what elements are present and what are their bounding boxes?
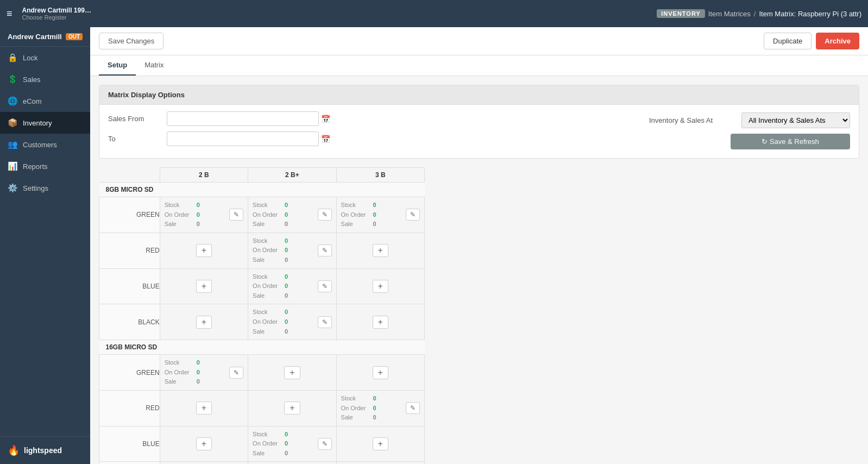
matrix-cell: + <box>160 233 248 268</box>
add-button[interactable]: + <box>373 280 388 293</box>
sidebar-label-settings: Settings <box>23 184 48 192</box>
cell-inner: Stock0 On Order0 Sale0 ✎ <box>248 427 336 462</box>
inv-badge: INVENTORY <box>657 9 705 18</box>
duplicate-button[interactable]: Duplicate <box>764 33 812 49</box>
edit-button[interactable]: ✎ <box>318 244 332 256</box>
matrix-cell: + <box>248 355 336 391</box>
sidebar-item-sales[interactable]: 💲 Sales <box>0 68 90 90</box>
matrix-row: BLACK Stock0 On Order0 Sale0 ✎++ <box>99 462 425 464</box>
to-input[interactable] <box>167 131 319 146</box>
sales-from-row: Sales From 📅 <box>108 111 627 126</box>
row-label: BLACK <box>99 304 160 340</box>
add-button[interactable]: + <box>373 437 388 450</box>
edit-button[interactable]: ✎ <box>318 209 332 221</box>
group-row-16gb: 16GB MICRO SD <box>99 340 425 355</box>
matrix-cell: + <box>336 268 424 304</box>
add-button[interactable]: + <box>373 366 388 379</box>
tab-setup[interactable]: Setup <box>99 55 136 76</box>
matrix-cell: + <box>336 426 424 462</box>
matrix-col-header-3b: 3 B <box>336 168 424 183</box>
group-row-8gb: 8GB MICRO SD <box>99 183 425 197</box>
edit-button[interactable]: ✎ <box>318 280 332 292</box>
matrix-cell: Stock0 On Order0 Sale0 ✎ <box>248 304 336 340</box>
topbar-user-sub: Choose Register <box>22 14 652 21</box>
cell-empty: + <box>337 236 424 265</box>
cell-empty: + <box>337 359 424 387</box>
inv-sales-select[interactable]: All Inventory & Sales Ats <box>741 112 850 128</box>
matrix-table-wrap: 2 B 2 B+ 3 B 8GB MICRO SDGREEN Stock0 On… <box>99 167 859 464</box>
add-button[interactable]: + <box>196 280 212 293</box>
matrix-cell: Stock0 On Order0 Sale0 ✎ <box>160 355 248 391</box>
sidebar-item-lock[interactable]: 🔒 Lock <box>0 47 90 68</box>
add-button[interactable]: + <box>284 402 300 415</box>
edit-button[interactable]: ✎ <box>406 402 420 414</box>
sidebar-out-badge: OUT <box>66 33 83 40</box>
add-button[interactable]: + <box>196 244 212 257</box>
edit-button[interactable]: ✎ <box>229 209 243 221</box>
sidebar-item-reports[interactable]: 📊 Reports <box>0 155 90 177</box>
add-button[interactable]: + <box>196 437 212 450</box>
sales-from-input-wrap: 📅 <box>167 111 627 126</box>
hamburger-icon[interactable]: ≡ <box>7 8 12 20</box>
calendar-to-icon[interactable]: 📅 <box>321 135 330 143</box>
matrix-cell: Stock0 On Order0 Sale0 ✎ <box>336 197 424 233</box>
customers-icon: 👥 <box>8 140 17 149</box>
matrix-cell: + <box>248 462 336 464</box>
tab-matrix[interactable]: Matrix <box>136 55 172 76</box>
topbar: ≡ Andrew Cartmill 1994... Choose Registe… <box>0 0 868 27</box>
matrix-cell: Stock0 On Order0 Sale0 ✎ <box>248 426 336 462</box>
sidebar-item-customers[interactable]: 👥 Customers <box>0 134 90 155</box>
edit-button[interactable]: ✎ <box>229 367 243 379</box>
lock-icon: 🔒 <box>8 53 17 62</box>
matrix-row: BLUE+ Stock0 On Order0 Sale0 ✎+ <box>99 268 425 304</box>
add-button[interactable]: + <box>373 244 388 257</box>
matrix-table: 2 B 2 B+ 3 B 8GB MICRO SDGREEN Stock0 On… <box>99 167 425 464</box>
topbar-user: Andrew Cartmill 1994... Choose Register <box>22 7 652 21</box>
to-label: To <box>108 135 162 143</box>
to-row: To 📅 <box>108 131 627 146</box>
sidebar-logo: 🔥 lightspeed <box>0 436 90 464</box>
logo-flame-icon: 🔥 <box>8 444 20 456</box>
matrix-cell: + <box>336 304 424 340</box>
edit-button[interactable]: ✎ <box>318 316 332 328</box>
cell-empty: + <box>248 359 336 387</box>
cell-empty: + <box>160 236 248 265</box>
add-button[interactable]: + <box>373 316 388 329</box>
save-refresh-button[interactable]: ↻ Save & Refresh <box>731 134 850 149</box>
cell-empty: + <box>337 272 424 300</box>
sales-from-input[interactable] <box>167 111 319 126</box>
matrix-cell: + <box>160 390 248 426</box>
cell-stats: Stock0 On Order0 Sale0 <box>341 200 376 229</box>
edit-button[interactable]: ✎ <box>318 438 332 450</box>
sidebar-user-name: Andrew Cartmill <box>8 33 62 41</box>
row-label: RED <box>99 390 160 426</box>
sidebar-item-ecom[interactable]: 🌐 eCom <box>0 90 90 112</box>
matrix-cell: Stock0 On Order0 Sale0 ✎ <box>248 268 336 304</box>
cell-empty: + <box>160 308 248 336</box>
cell-stats: Stock0 On Order0 Sale0 <box>165 358 200 387</box>
row-label: BLACK <box>99 462 160 464</box>
edit-button[interactable]: ✎ <box>406 209 420 221</box>
add-button[interactable]: + <box>284 366 300 379</box>
add-button[interactable]: + <box>196 316 212 329</box>
calendar-from-icon[interactable]: 📅 <box>321 115 330 123</box>
save-button[interactable]: Save Changes <box>99 33 163 49</box>
row-label: BLUE <box>99 268 160 304</box>
sidebar-nav: 🔒 Lock 💲 Sales 🌐 eCom 📦 Inventory 👥 Cust… <box>0 47 90 436</box>
cell-empty: + <box>337 308 424 336</box>
row-label: GREEN <box>99 355 160 391</box>
cell-empty: + <box>160 430 248 458</box>
archive-button[interactable]: Archive <box>816 33 859 49</box>
matrix-cell: + <box>336 355 424 391</box>
matrix-row: RED+ Stock0 On Order0 Sale0 ✎+ <box>99 233 425 268</box>
sidebar-item-settings[interactable]: ⚙️ Settings <box>0 177 90 199</box>
add-button[interactable]: + <box>196 402 212 415</box>
cell-inner: Stock0 On Order0 Sale0 ✎ <box>248 304 336 340</box>
sidebar-label-customers: Customers <box>23 141 57 149</box>
cell-empty: + <box>160 394 248 422</box>
breadcrumb-sep: / <box>754 10 756 18</box>
cell-inner: Stock0 On Order0 Sale0 ✎ <box>160 462 248 464</box>
breadcrumb-link[interactable]: Item Matrices <box>708 10 751 18</box>
sidebar-item-inventory[interactable]: 📦 Inventory <box>0 112 90 134</box>
matrix-display-panel: Matrix Display Options Sales From 📅 <box>99 85 859 159</box>
